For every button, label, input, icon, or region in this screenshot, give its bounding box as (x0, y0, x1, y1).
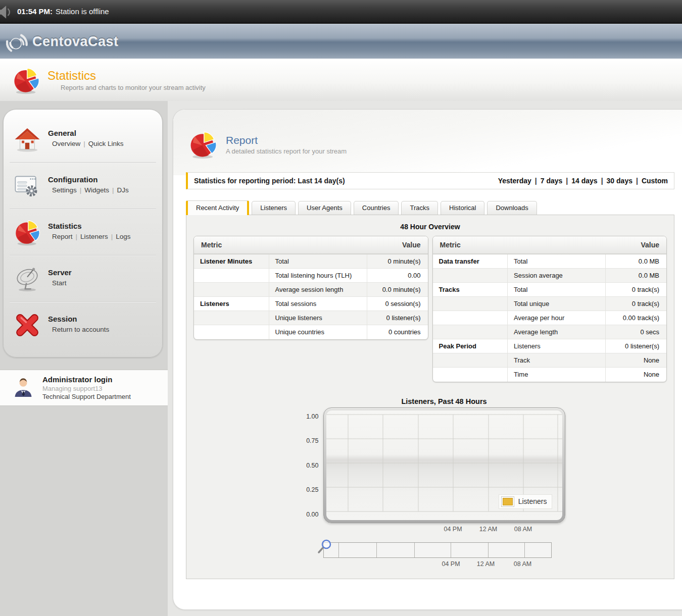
metric-name-cell: Average length (508, 325, 606, 339)
chart-title: Listeners, Past 48 Hours (323, 397, 565, 405)
sidebar-link-logs[interactable]: Logs (116, 233, 130, 240)
table-row: Peak PeriodListeners0 listener(s) (433, 339, 667, 353)
column-header-metric: Metric (194, 236, 367, 254)
y-tick-label: 0.50 (306, 462, 318, 469)
tab-countries[interactable]: Countries (354, 201, 399, 215)
separator: | (535, 177, 537, 185)
report-title: Report (226, 134, 347, 146)
metric-name-cell: Time (508, 368, 606, 382)
table-row: Average session length0.0 minute(s) (194, 283, 428, 297)
tab-historical[interactable]: Historical (441, 201, 484, 215)
metric-group-cell: Listener Minutes (194, 254, 269, 269)
overview-title: 48 Hour Overview (186, 223, 674, 231)
legend-swatch (503, 498, 513, 505)
metric-name-cell: Unique listeners (269, 311, 367, 325)
sidebar-link-widgets[interactable]: Widgets (84, 186, 109, 194)
x-tick-label: 08 AM (514, 560, 531, 568)
sidebar-group-configuration[interactable]: ConfigurationSettings|Widgets|DJs (4, 163, 162, 209)
sidebar-group-server[interactable]: ServerStart (4, 256, 162, 301)
metric-name-cell: Total listening hours (TLH) (269, 269, 367, 283)
metric-group-cell (433, 353, 508, 368)
slider-x-axis: 04 PM12 AM08 AM (323, 558, 552, 569)
main-panel: Report A detailed statistics report for … (173, 109, 682, 610)
table-row: TracksTotal0 track(s) (433, 283, 667, 297)
sidebar: GeneralOverview|Quick LinksConfiguration… (0, 101, 168, 616)
sidebar-group-general[interactable]: GeneralOverview|Quick Links (4, 117, 162, 162)
config-icon (14, 172, 41, 199)
listeners-chart: Listeners, Past 48 Hours 1.000.750.500.2… (296, 397, 565, 534)
metric-name-cell: Unique countries (269, 325, 367, 339)
separator: | (76, 233, 78, 240)
sidebar-group-statistics[interactable]: StatisticsReport|Listeners|Logs (4, 210, 162, 255)
metric-name-cell: Total (508, 283, 606, 297)
magnifier-icon[interactable] (317, 538, 333, 554)
metric-value-cell: 0 track(s) (606, 283, 666, 297)
table-row: ListenersTotal sessions0 session(s) (194, 297, 428, 311)
tab-bar: Recent ActivityListenersUser AgentsCount… (186, 200, 682, 215)
period-link-7-days[interactable]: 7 days (541, 177, 563, 185)
metric-value-cell: 0.0 MB (606, 254, 666, 269)
sidebar-link-quick-links[interactable]: Quick Links (88, 140, 124, 147)
sidebar-group-links: Settings|Widgets|DJs (52, 186, 129, 194)
separator: | (112, 186, 114, 194)
brand-logo[interactable]: CentovaCast (32, 34, 119, 49)
table-row: Unique listeners0 listener(s) (194, 311, 428, 325)
sidebar-link-return-to-accounts[interactable]: Return to accounts (52, 326, 109, 333)
period-link-30-days[interactable]: 30 days (607, 177, 632, 185)
tab-recent-activity[interactable]: Recent Activity (186, 200, 249, 215)
metric-group-cell: Peak Period (433, 339, 508, 353)
y-tick-label: 0.00 (306, 511, 318, 518)
metric-value-cell: 0 session(s) (367, 297, 427, 311)
station-status-text: 01:54 PM:Station is offline (17, 7, 109, 16)
metric-group-cell: Listeners (194, 297, 269, 311)
overview-tables: MetricValueListener MinutesTotal0 minute… (193, 236, 667, 382)
table-row: Unique countries0 countries (194, 325, 428, 339)
period-label: Statistics for reporting period: Last 14… (194, 177, 345, 185)
sidebar-group-session[interactable]: SessionReturn to accounts (4, 302, 162, 348)
sidebar-link-start[interactable]: Start (52, 279, 67, 287)
pie-chart-icon (188, 130, 218, 159)
sidebar-group-title: General (48, 129, 124, 137)
pie-chart-icon (14, 219, 41, 246)
metric-value-cell: None (606, 368, 666, 382)
tab-tracks[interactable]: Tracks (401, 201, 438, 215)
sidebar-group-title: Configuration (48, 175, 129, 184)
sidebar-group-links: Start (52, 279, 72, 287)
house-icon (14, 126, 41, 153)
time-range-slider[interactable] (323, 542, 552, 558)
sidebar-link-djs[interactable]: DJs (117, 186, 129, 194)
tab-listeners[interactable]: Listeners (252, 201, 296, 215)
sidebar-link-overview[interactable]: Overview (52, 140, 80, 147)
period-link-yesterday[interactable]: Yesterday (498, 177, 531, 185)
column-header-metric: Metric (433, 236, 606, 254)
table-row: Average per hour0.00 track(s) (433, 311, 667, 325)
y-tick-label: 1.00 (306, 413, 318, 420)
metric-group-cell (433, 269, 508, 283)
period-link-14-days[interactable]: 14 days (571, 177, 597, 185)
separator: | (601, 177, 603, 185)
report-header: Report A detailed statistics report for … (173, 110, 682, 159)
metric-name-cell: Average session length (269, 283, 367, 297)
metric-group-cell (194, 325, 269, 339)
table-row: Listener MinutesTotal0 minute(s) (194, 254, 428, 269)
sidebar-link-settings[interactable]: Settings (52, 186, 77, 194)
table-row: Total listening hours (TLH)0.00 (194, 269, 428, 283)
time-range-selector: 04 PM12 AM08 AM (296, 542, 565, 569)
dish-icon (14, 265, 41, 292)
sidebar-link-report[interactable]: Report (52, 233, 73, 240)
sidebar-link-listeners[interactable]: Listeners (80, 233, 108, 240)
separator: | (636, 177, 638, 185)
tab-downloads[interactable]: Downloads (487, 201, 537, 215)
metric-group-cell (433, 325, 508, 339)
tab-user-agents[interactable]: User Agents (298, 201, 351, 215)
period-bar: Statistics for reporting period: Last 14… (186, 172, 674, 189)
metric-group-cell (433, 368, 508, 382)
period-link-custom[interactable]: Custom (642, 177, 668, 185)
column-header-value: Value (367, 236, 427, 254)
tab-content: 48 Hour Overview MetricValueListener Min… (186, 215, 674, 579)
page-header: Statistics Reports and charts to monitor… (0, 59, 682, 101)
metric-name-cell: Track (508, 353, 606, 368)
metric-name-cell: Average per hour (508, 311, 606, 325)
metric-value-cell: 0 listener(s) (367, 311, 427, 325)
metric-value-cell: 0.0 minute(s) (367, 283, 427, 297)
